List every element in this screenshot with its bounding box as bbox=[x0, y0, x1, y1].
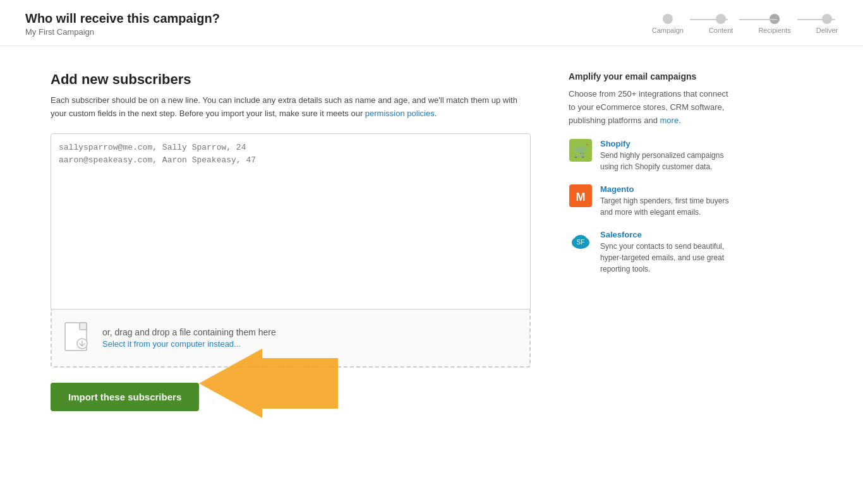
progress-steps: CampaignContentRecipientsDeliver bbox=[652, 14, 838, 34]
sidebar-desc-part2: . bbox=[679, 116, 681, 125]
svg-text:SF: SF bbox=[577, 239, 585, 246]
section-title: Add new subscribers bbox=[51, 71, 531, 88]
step-dot-content bbox=[716, 14, 726, 24]
left-panel: Add new subscribers Each subscriber shou… bbox=[51, 71, 531, 411]
select-file-link[interactable]: Select it from your computer instead... bbox=[102, 339, 276, 349]
integration-info-magento: MagentoTarget high spenders, first time … bbox=[600, 184, 733, 218]
step-dot-deliver bbox=[822, 14, 832, 24]
step-label-content: Content bbox=[709, 27, 733, 34]
integration-link-shopify[interactable]: Shopify bbox=[600, 139, 631, 148]
shopify-icon: 🛒 bbox=[569, 138, 593, 162]
page-header: Who will receive this campaign? My First… bbox=[0, 0, 863, 46]
svg-text:M: M bbox=[576, 191, 586, 203]
integration-info-shopify: ShopifySend highly personalized campaign… bbox=[600, 138, 733, 172]
integration-shopify: 🛒 ShopifySend highly personalized campai… bbox=[569, 138, 733, 172]
import-button-wrapper: Import these subscribers bbox=[51, 368, 199, 411]
section-description: Each subscriber should be on a new line.… bbox=[51, 94, 531, 121]
progress-step-recipients: Recipients bbox=[758, 14, 790, 34]
sidebar-desc: Choose from 250+ integrations that conne… bbox=[569, 88, 733, 127]
subscriber-textarea[interactable] bbox=[59, 141, 522, 299]
progress-step-content: Content bbox=[709, 14, 733, 34]
drop-zone-text-wrapper: or, drag and drop a file containing them… bbox=[102, 327, 276, 349]
file-icon bbox=[64, 322, 92, 354]
integration-desc-salesforce: Sync your contacts to send beautiful, hy… bbox=[600, 241, 733, 275]
main-content: Add new subscribers Each subscriber shou… bbox=[0, 46, 863, 436]
more-link[interactable]: more bbox=[660, 116, 679, 125]
desc-text-2: . bbox=[435, 109, 437, 118]
integration-desc-magento: Target high spenders, first time buyers … bbox=[600, 195, 733, 218]
page-title: Who will receive this campaign? bbox=[25, 11, 220, 26]
subscriber-text-area-wrapper bbox=[51, 133, 531, 309]
integration-magento: M MagentoTarget high spenders, first tim… bbox=[569, 184, 733, 218]
sidebar-desc-part1: Choose from 250+ integrations that conne… bbox=[569, 89, 728, 125]
step-label-deliver: Deliver bbox=[816, 27, 838, 34]
integration-desc-shopify: Send highly personalized campaigns using… bbox=[600, 150, 733, 172]
step-dot-campaign bbox=[663, 14, 673, 24]
integration-link-salesforce[interactable]: Salesforce bbox=[600, 230, 642, 239]
salesforce-icon: SF bbox=[569, 229, 593, 253]
integration-salesforce: SF SalesforceSync your contacts to send … bbox=[569, 229, 733, 275]
magento-icon: M bbox=[569, 184, 593, 208]
permission-policies-link[interactable]: permission policies bbox=[365, 109, 435, 118]
svg-text:🛒: 🛒 bbox=[573, 143, 589, 159]
integrations-list: 🛒 ShopifySend highly personalized campai… bbox=[569, 138, 733, 275]
step-label-recipients: Recipients bbox=[758, 27, 790, 34]
step-dot-recipients bbox=[769, 14, 780, 24]
right-panel: Amplify your email campaigns Choose from… bbox=[569, 71, 733, 411]
sidebar-title: Amplify your email campaigns bbox=[569, 71, 733, 81]
integration-link-magento[interactable]: Magento bbox=[600, 184, 634, 194]
drop-text-main: or, drag and drop a file containing them… bbox=[102, 327, 276, 337]
campaign-name: My First Campaign bbox=[25, 27, 220, 37]
progress-step-campaign: Campaign bbox=[652, 14, 684, 34]
svg-rect-1 bbox=[80, 323, 87, 330]
desc-text-1: Each subscriber should be on a new line.… bbox=[51, 95, 517, 118]
progress-step-deliver: Deliver bbox=[816, 14, 838, 34]
integration-info-salesforce: SalesforceSync your contacts to send bea… bbox=[600, 229, 733, 275]
step-label-campaign: Campaign bbox=[652, 27, 684, 34]
header-left: Who will receive this campaign? My First… bbox=[25, 11, 220, 37]
drop-zone-label: or, drag and drop a file containing them… bbox=[102, 327, 276, 349]
import-subscribers-button[interactable]: Import these subscribers bbox=[51, 383, 199, 411]
file-drop-zone[interactable]: or, drag and drop a file containing them… bbox=[51, 309, 531, 368]
